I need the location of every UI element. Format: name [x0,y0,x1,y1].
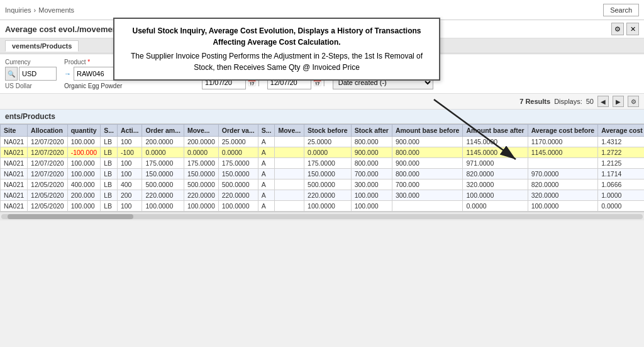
scroll-thumb[interactable] [8,214,133,219]
table-cell: 320.0000 [528,190,598,201]
table-cell: 700.000 [351,169,392,179]
table-cell: LB [101,169,118,179]
currency-filter-group: Currency 🔍 US Dollar [5,59,57,89]
breadcrumb-inquiries[interactable]: Inquiries [5,6,31,14]
table-cell: 800.000 [392,169,463,179]
table-cell: 100 [117,137,142,147]
table-cell [275,179,304,190]
table-cell: 100.000 [351,190,392,201]
col-amount-base-after: Amount base after [463,125,528,137]
table-cell: 300.000 [351,179,392,190]
table-cell: 1.2125 [598,158,644,169]
table-cell: 970.0000 [528,169,598,179]
table-cell: 12/07/2020 [28,169,68,179]
search-button[interactable]: Search [603,4,639,16]
tab-movements-products[interactable]: vements/Products [5,40,79,52]
breadcrumb-movements[interactable]: Movements [38,6,74,14]
table-cell: 1.2722 [598,147,644,158]
table-row: NA02112/07/2020-100.000LB-1000.00000.000… [1,147,645,158]
table-cell: 25.0000 [304,137,352,147]
col-move2: Move... [275,125,304,137]
col-s1: S... [101,125,118,137]
col-order-am: Order am... [142,125,184,137]
table-cell: 25.0000 [218,137,258,147]
horizontal-scrollbar[interactable] [0,212,644,220]
table-cell: 1170.0000 [528,137,598,147]
table-cell: 100.0000 [218,201,258,212]
table-cell: NA021 [1,137,28,147]
table-cell: 12/07/2020 [28,137,68,147]
col-move1: Move... [184,125,218,137]
page-title: Average cost evol./movement [5,25,120,34]
nav-settings-button[interactable]: ⚙ [628,96,639,107]
table-row: NA02112/07/2020100.000LB100175.0000175.0… [1,158,645,169]
table-cell [275,158,304,169]
table-cell: 500.0000 [304,179,352,190]
table-cell: 150.0000 [304,169,352,179]
table-cell [275,190,304,201]
tab-label: vements/Products [12,42,72,50]
col-s2: S... [258,125,275,137]
table-cell: A [258,147,275,158]
table-cell: 500.0000 [184,179,218,190]
table-cell: 0.0000 [463,201,528,212]
col-allocation: Allocation [28,125,68,137]
table-cell: 175.0000 [304,158,352,169]
table-cell: 100 [117,201,142,212]
table-cell: 100.000 [351,201,392,212]
table-cell: A [258,169,275,179]
table-cell: 800.000 [351,158,392,169]
table-cell: NA021 [1,169,28,179]
table-cell: 100.0000 [142,201,184,212]
currency-search-icon[interactable]: 🔍 [5,67,18,81]
table-cell: A [258,137,275,147]
table-cell: 1.4312 [598,137,644,147]
table-cell: LB [101,201,118,212]
breadcrumb: Inquiries › Movements [5,6,74,14]
product-name: Organic Egg Powder [64,82,194,89]
table-cell: LB [101,147,118,158]
table-cell: 200 [117,190,142,201]
table-cell: 400 [117,179,142,190]
tooltip-box: Useful Stock Inquiry, Average Cost Evolu… [113,18,440,81]
table-cell: 220.0000 [304,190,352,201]
table-cell: 220.0000 [184,190,218,201]
product-arrow: → [64,70,71,77]
table-cell: LB [101,137,118,147]
table-cell: A [258,158,275,169]
table-cell: 800.000 [351,137,392,147]
table-cell: NA021 [1,147,28,158]
table-cell: 12/05/2020 [28,190,68,201]
currency-input[interactable] [19,67,57,81]
displays-label: Displays: [554,98,582,105]
table-cell: 100.0000 [304,201,352,212]
table-cell [275,201,304,212]
table-cell: 320.0000 [463,179,528,190]
tooltip-line2: The Supplier Invoice Posting Performs th… [125,50,429,73]
col-amount-base-before: Amount base before [392,125,463,137]
col-avg-cost-after: Average cost after [598,125,644,137]
table-cell: 12/07/2020 [28,158,68,169]
nav-next-button[interactable]: ▶ [613,96,624,107]
table-cell: A [258,179,275,190]
settings-icon[interactable]: ⚙ [611,23,624,35]
close-icon[interactable]: ✕ [626,23,639,35]
col-quantity: quantity [67,125,100,137]
table-cell: 100.000 [67,169,100,179]
table-cell: 12/07/2020 [28,147,68,158]
table-cell: 500.0000 [142,179,184,190]
nav-prev-button[interactable]: ◀ [597,96,609,107]
table-cell: 0.0000 [142,147,184,158]
section-title: ents/Products [0,110,644,124]
table-cell [275,147,304,158]
table-cell [392,201,463,212]
table-cell: 175.0000 [142,158,184,169]
table-cell: 820.0000 [528,179,598,190]
table-cell: 400.000 [67,179,100,190]
scroll-track [1,214,643,219]
table-row: NA02112/07/2020100.000LB100150.0000150.0… [1,169,645,179]
col-acti: Acti... [117,125,142,137]
table-cell: 150.0000 [218,169,258,179]
table-cell: 1145.0000 [463,147,528,158]
table-cell: 800.000 [392,147,463,158]
